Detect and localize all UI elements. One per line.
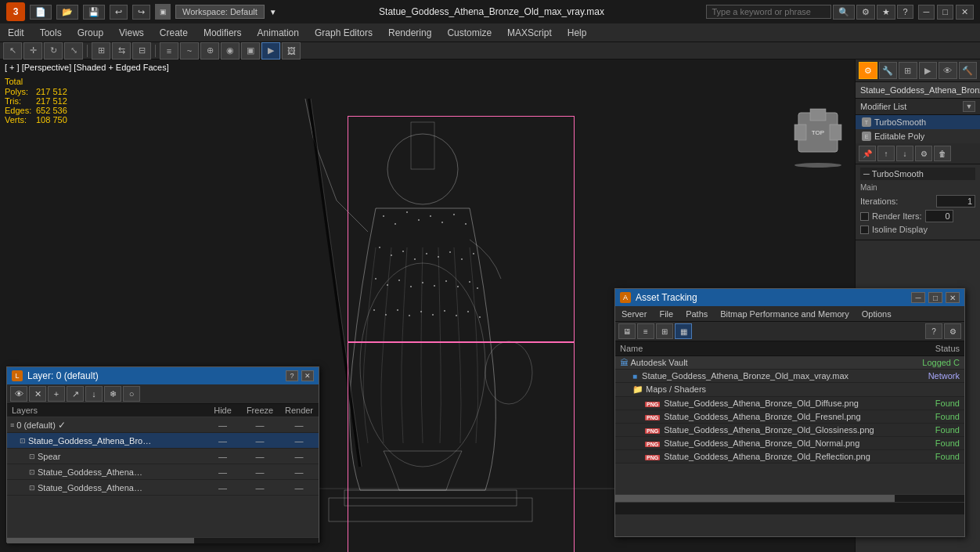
menu-animation[interactable]: Animation (250, 23, 307, 41)
layer-hide-btn[interactable]: ○ (123, 386, 140, 402)
new-btn[interactable]: 📄 (30, 5, 52, 20)
app-logo[interactable]: 3 (6, 2, 25, 21)
modifier-turbosmooth[interactable]: T TurboSmooth (856, 115, 980, 129)
search-input[interactable] (706, 5, 831, 19)
layer-question-btn[interactable]: ? (286, 370, 298, 381)
table-row[interactable]: 🏛 Autodesk Vault Logged C (615, 356, 964, 370)
layer-view-btn[interactable]: 👁 (10, 386, 27, 402)
save-btn[interactable]: 💾 (83, 5, 105, 20)
configure-btn[interactable]: ⚙ (915, 146, 932, 161)
layer-delete-btn[interactable]: ✕ (29, 386, 46, 402)
layer-move-btn[interactable]: ↓ (85, 386, 103, 402)
delete-btn[interactable]: 🗑 (934, 146, 951, 161)
search-options-btn[interactable]: ⚙ (856, 5, 875, 20)
asset-menu-paths[interactable]: Paths (679, 306, 714, 321)
menu-group[interactable]: Group (70, 23, 111, 41)
asset-menu-server[interactable]: Server (615, 306, 653, 321)
asset-menu-options[interactable]: Options (856, 306, 898, 321)
modify-icon[interactable]: 🔧 (879, 62, 898, 79)
close-btn[interactable]: ✕ (956, 5, 974, 20)
move-tool[interactable]: ✛ (23, 42, 42, 60)
redo-btn[interactable]: ↪ (132, 5, 150, 20)
menu-edit[interactable]: Edit (0, 23, 32, 41)
asset-btn-1[interactable]: 🖥 (618, 323, 636, 339)
layer-tool[interactable]: ≡ (160, 42, 178, 60)
table-row[interactable]: PNG Statue_Goddess_Athena_Bronze_Old_Ref… (615, 450, 964, 464)
turbosmooth-title[interactable]: ─ TurboSmooth (860, 168, 975, 180)
table-row[interactable]: PNG Statue_Goddess_Athena_Bronze_Old_Glo… (615, 424, 964, 437)
modifier-list-dropdown[interactable]: ▼ (963, 101, 975, 112)
curve-editor-tool[interactable]: ~ (180, 42, 199, 60)
layer-row[interactable]: ⊡ Statue_Goddess_Athena_Bronze_Old — — — (7, 480, 319, 496)
table-row[interactable]: ■ Statue_Goddess_Athena_Bronze_Old_max_v… (615, 370, 964, 383)
asset-scrollbar[interactable] (615, 494, 964, 502)
navigation-cube[interactable]: TOP (791, 105, 845, 160)
menu-modifiers[interactable]: Modifiers (196, 23, 250, 41)
asset-menu-bitmap[interactable]: Bitmap Performance and Memory (714, 306, 855, 321)
move-down-btn[interactable]: ↓ (896, 146, 913, 161)
asset-minimize-btn[interactable]: ─ (911, 292, 925, 303)
mirror-tool[interactable]: ⇆ (112, 42, 131, 60)
scale-tool[interactable]: ⤡ (64, 42, 83, 60)
create-icon[interactable]: ⚙ (859, 62, 877, 79)
layer-scrollbar[interactable] (7, 537, 319, 543)
help-btn[interactable]: ? (897, 5, 913, 19)
menu-help[interactable]: Help (560, 23, 595, 41)
menu-views[interactable]: Views (111, 23, 152, 41)
asset-help-btn[interactable]: ? (925, 323, 942, 339)
search-btn[interactable]: 🔍 (833, 5, 855, 20)
display-icon[interactable]: 👁 (939, 62, 957, 79)
maximize-btn[interactable]: □ (937, 5, 953, 20)
render-setup-tool[interactable]: ▣ (241, 42, 260, 60)
render-iters-input[interactable] (925, 210, 953, 222)
utilities-icon[interactable]: 🔨 (959, 62, 978, 79)
move-up-btn[interactable]: ↑ (877, 146, 895, 161)
pin-btn[interactable]: 📌 (859, 146, 876, 161)
layer-row[interactable]: ⊡ Spear — — — (7, 449, 319, 464)
menu-rendering[interactable]: Rendering (380, 23, 439, 41)
asset-btn-4[interactable]: ▦ (675, 323, 692, 339)
layer-row[interactable]: ⊡ Statue_Goddess_Athena_Bronze_Old — — — (7, 433, 319, 449)
asset-btn-2[interactable]: ≡ (637, 323, 654, 339)
render-tool[interactable]: ▶ (261, 42, 280, 60)
asset-maximize-btn[interactable]: □ (928, 292, 942, 303)
material-editor-tool[interactable]: ◉ (221, 42, 240, 60)
open-btn[interactable]: 📂 (56, 5, 78, 20)
layer-close-btn[interactable]: ✕ (301, 370, 314, 381)
asset-close-btn[interactable]: ✕ (946, 292, 960, 303)
asset-menu-file[interactable]: File (653, 306, 679, 321)
layer-select-btn[interactable]: ↗ (67, 386, 84, 402)
menu-customize[interactable]: Customize (439, 23, 499, 41)
menu-maxscript[interactable]: MAXScript (499, 23, 560, 41)
hierarchy-icon[interactable]: ⊞ (899, 62, 917, 79)
layer-add-btn[interactable]: + (48, 386, 65, 402)
undo-btn[interactable]: ↩ (110, 5, 128, 20)
table-row[interactable]: PNG Statue_Goddess_Athena_Bronze_Old_Dif… (615, 397, 964, 410)
motion-icon[interactable]: ▶ (919, 62, 938, 79)
layer-freeze-btn[interactable]: ❄ (104, 386, 121, 402)
menu-graph-editors[interactable]: Graph Editors (307, 23, 380, 41)
asset-btn-3[interactable]: ⊞ (656, 323, 673, 339)
layer-row[interactable]: ≡ 0 (default) ✓ — — — (7, 417, 319, 433)
modifier-editable-poly[interactable]: E Editable Poly (856, 129, 980, 143)
asset-settings-btn[interactable]: ⚙ (944, 323, 961, 339)
render-frame-tool[interactable]: 🖼 (282, 42, 301, 60)
snap-tool[interactable]: ⊞ (92, 42, 110, 60)
table-row[interactable]: PNG Statue_Goddess_Athena_Bronze_Old_Fre… (615, 410, 964, 424)
minimize-btn[interactable]: ─ (918, 5, 935, 20)
align-tool[interactable]: ⊟ (132, 42, 151, 60)
isoline-checkbox[interactable] (860, 225, 869, 234)
layer-row[interactable]: ⊡ Statue_Goddess_Athena_Bronze_Old — — — (7, 464, 319, 480)
workspace-selector[interactable]: Workspace: Default (175, 5, 265, 19)
iterations-input[interactable] (936, 195, 975, 207)
menu-create[interactable]: Create (152, 23, 196, 41)
select-tool[interactable]: ↖ (3, 42, 22, 60)
menu-tools[interactable]: Tools (32, 23, 70, 41)
table-row[interactable]: 📁 Maps / Shaders (615, 383, 964, 397)
workspace-dropdown[interactable]: ▼ (269, 8, 277, 16)
table-row[interactable]: PNG Statue_Goddess_Athena_Bronze_Old_Nor… (615, 437, 964, 450)
render-iters-checkbox[interactable] (860, 212, 869, 221)
schematic-tool[interactable]: ⊕ (200, 42, 219, 60)
bookmark-btn[interactable]: ★ (877, 5, 895, 20)
rotate-tool[interactable]: ↻ (44, 42, 63, 60)
